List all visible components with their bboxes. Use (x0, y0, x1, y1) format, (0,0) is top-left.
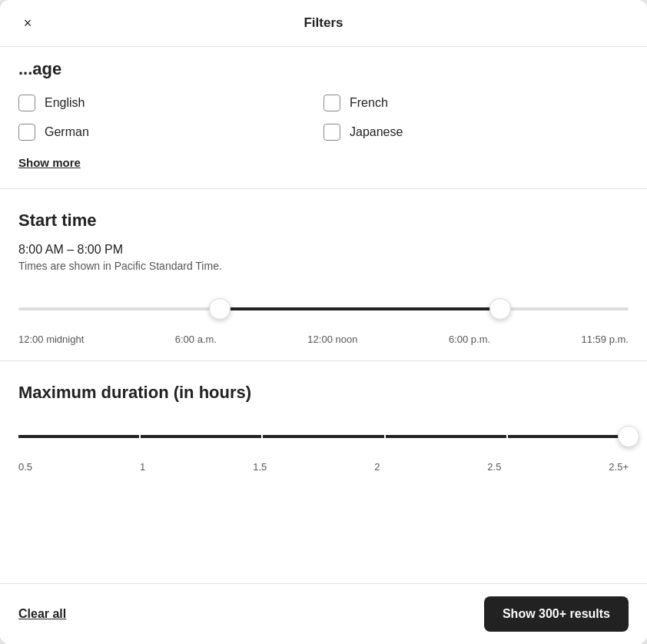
max-duration-title: Maximum duration (in hours) (18, 383, 629, 403)
time-label-noon: 12:00 noon (307, 334, 357, 345)
duration-label-2: 2 (374, 461, 380, 473)
checkbox-box-english[interactable] (18, 95, 35, 111)
checkbox-japanese[interactable]: Japanese (324, 124, 629, 141)
checkbox-box-german[interactable] (18, 124, 35, 141)
start-time-section: Start time 8:00 AM – 8:00 PM Times are s… (0, 189, 647, 361)
slider-thumb-right[interactable] (489, 298, 511, 320)
partial-label-text: ...age (18, 59, 61, 78)
slider-time-labels: 12:00 midnight 6:00 a.m. 12:00 noon 6:00… (18, 334, 629, 345)
slider-fill (220, 307, 500, 310)
max-duration-section: Maximum duration (in hours) (0, 361, 647, 488)
checkbox-french[interactable]: French (324, 95, 629, 111)
duration-segment-3 (263, 435, 383, 438)
checkbox-box-japanese[interactable] (324, 124, 340, 141)
duration-label-0.5: 0.5 (18, 461, 32, 473)
timezone-text: Times are shown in Pacific Standard Time… (18, 260, 629, 272)
bottom-spacer (0, 488, 647, 519)
modal-footer: Clear all Show 300+ results (0, 583, 647, 644)
language-checkbox-grid: English French German Japanese (0, 79, 647, 147)
duration-track-wrapper (18, 435, 629, 438)
clear-all-button[interactable]: Clear all (18, 607, 66, 621)
checkbox-label-japanese: Japanese (350, 125, 403, 139)
slider-thumb-left[interactable] (209, 298, 231, 320)
modal-title: Filters (304, 15, 343, 31)
time-label-6am: 6:00 a.m. (175, 334, 217, 345)
checkbox-label-english: English (45, 96, 85, 110)
filter-modal: × Filters ...age English French German (0, 0, 647, 644)
time-label-6pm: 6:00 p.m. (449, 334, 490, 345)
close-button[interactable]: × (15, 11, 40, 35)
duration-thumb[interactable] (618, 426, 639, 447)
duration-labels: 0.5 1 1.5 2 2.5 2.5+ (18, 461, 629, 473)
show-more-container: Show more (0, 147, 647, 188)
duration-segment-2 (141, 435, 261, 438)
time-label-midnight: 12:00 midnight (18, 334, 84, 345)
checkbox-german[interactable]: German (18, 124, 324, 141)
duration-label-2.5: 2.5 (487, 461, 501, 473)
checkbox-label-german: German (45, 125, 89, 139)
duration-segment-5 (508, 435, 629, 438)
start-time-title: Start time (18, 211, 629, 231)
duration-slider[interactable] (18, 421, 629, 452)
modal-header: × Filters (0, 0, 647, 47)
language-section-partial: ...age (0, 47, 647, 79)
checkbox-box-french[interactable] (324, 95, 340, 111)
time-range-text: 8:00 AM – 8:00 PM (18, 243, 629, 257)
duration-label-1: 1 (140, 461, 145, 473)
time-label-midnight-end: 11:59 p.m. (582, 334, 629, 345)
duration-label-1.5: 1.5 (253, 461, 267, 473)
show-more-button[interactable]: Show more (18, 156, 81, 169)
show-results-button[interactable]: Show 300+ results (484, 596, 629, 632)
modal-body: ...age English French German Japanese (0, 47, 647, 583)
checkbox-english[interactable]: English (18, 95, 324, 111)
duration-segment-1 (18, 435, 139, 438)
duration-segment-4 (386, 435, 506, 438)
close-icon: × (24, 15, 32, 32)
checkbox-label-french: French (350, 96, 388, 110)
duration-label-2.5plus: 2.5+ (609, 461, 629, 473)
slider-track (18, 307, 629, 310)
start-time-slider[interactable] (18, 294, 629, 324)
